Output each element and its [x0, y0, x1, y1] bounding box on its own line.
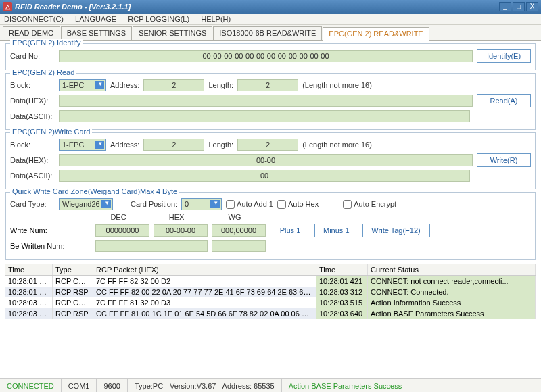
write-ascii-field[interactable]: 00 — [59, 170, 470, 182]
status-row: 10:28:03 312CONNECT: Connected. — [316, 287, 536, 297]
cardpos-label: Card Position: — [131, 200, 177, 208]
status-baud: 9600 — [97, 379, 127, 392]
tab-read-demo[interactable]: READ DEMO — [3, 26, 60, 40]
log-area: Time Type RCP Packet (HEX) 10:28:01 484R… — [5, 264, 536, 319]
read-button[interactable]: Read(A) — [477, 94, 531, 107]
loghdr-time[interactable]: Time — [5, 264, 53, 275]
log-right: Time Current Status 10:28:01 421CONNECT:… — [316, 264, 536, 319]
menubar: DISCONNECT(C) LANGUAGE RCP LOGGING(L) HE… — [0, 14, 541, 25]
plus1-button[interactable]: Plus 1 — [270, 224, 310, 237]
tab-senior-settings[interactable]: SENIOR SETTINGS — [133, 26, 212, 40]
loghdr-type[interactable]: Type — [53, 264, 93, 275]
group-quickwrite: Quick Write Card Zone(Weigand Card)Max 4… — [5, 192, 536, 260]
cardno-label: Card No: — [10, 52, 55, 60]
loghdr-status[interactable]: Current Status — [368, 264, 536, 275]
write-button[interactable]: Write(R) — [477, 153, 531, 167]
group-identify: EPC(GEN 2) Identify Card No: 00-00-00-00… — [5, 43, 536, 70]
write-len-field[interactable]: 2 — [237, 139, 298, 151]
status-port: COM1 — [62, 379, 97, 392]
bewritten-label: Be Written Num: — [10, 242, 91, 250]
maximize-button[interactable]: □ — [513, 2, 525, 11]
identify-button[interactable]: Identify(E) — [477, 49, 531, 63]
titlebar: △ RFID Reader Demo - [Ver:3.2.1.1] _ □ X — [0, 0, 541, 14]
cardpos-select[interactable]: 0 — [181, 198, 222, 210]
status-version: Type:PC - Version:V3.67 - Address: 65535 — [128, 379, 282, 392]
tab-content: EPC(GEN 2) Identify Card No: 00-00-00-00… — [0, 40, 541, 322]
read-hex-label: Data(HEX): — [10, 97, 55, 105]
write-addr-field[interactable]: 2 — [143, 139, 204, 151]
group-title-identify: EPC(GEN 2) Identify — [10, 39, 83, 47]
write-hex-field[interactable]: 00-00 — [59, 154, 473, 166]
status-action: Action BASE Parameters Success — [282, 379, 541, 392]
auto-encrypt-check[interactable]: Auto Encrypt — [343, 200, 396, 209]
bewritten-field1 — [95, 240, 208, 252]
write-note: (Length not more 16) — [302, 141, 372, 149]
group-title-read: EPC(GEN 2) Read — [10, 68, 76, 76]
read-ascii-label: Data(ASCII): — [10, 112, 55, 120]
col-dec: DEC — [91, 213, 145, 221]
col-hex: HEX — [149, 213, 204, 221]
group-title-quick: Quick Write Card Zone(Weigand Card)Max 4… — [10, 187, 179, 195]
log-row: 10:28:01 578RCP RSPCC FF FF 82 00 22 0A … — [5, 287, 316, 297]
cardtype-label: Card Type: — [10, 200, 55, 208]
loghdr-time2[interactable]: Time — [316, 264, 368, 275]
writenum-label: Write Num: — [10, 226, 91, 235]
minimize-button[interactable]: _ — [499, 2, 511, 11]
read-len-field[interactable]: 2 — [237, 79, 298, 91]
log-row: 10:28:01 484RCP CMD7C FF FF 82 32 00 D2 — [5, 276, 316, 287]
group-read: EPC(GEN 2) Read Block: 1-EPC Address: 2 … — [5, 73, 536, 130]
status-connected: CONNECTED — [0, 379, 62, 392]
write-addr-label: Address: — [110, 141, 139, 149]
read-note: (Length not more 16) — [302, 81, 372, 89]
close-button[interactable]: X — [526, 2, 538, 11]
read-hex-field — [59, 95, 473, 107]
loghdr-packet[interactable]: RCP Packet (HEX) — [93, 264, 316, 275]
cardtype-select[interactable]: Wiegand26 — [59, 198, 113, 210]
cardno-field: 00-00-00-00-00-00-00-00-00-00-00-00 — [59, 50, 473, 62]
read-addr-field[interactable]: 2 — [143, 79, 204, 91]
group-title-write: EPC(GEN 2)Write Card — [10, 128, 92, 136]
auto-hex-check[interactable]: Auto Hex — [277, 200, 319, 209]
menu-language[interactable]: LANGUAGE — [75, 15, 116, 23]
read-block-select[interactable]: 1-EPC — [59, 79, 106, 91]
write-ascii-label: Data(ASCII): — [10, 172, 55, 180]
log-left: Time Type RCP Packet (HEX) 10:28:01 484R… — [5, 264, 316, 319]
status-row: 10:28:01 421CONNECT: not connect reader,… — [316, 276, 536, 287]
tab-epc-gen2[interactable]: EPC(GEN 2) READ&WRITE — [323, 27, 429, 41]
write-block-select[interactable]: 1-EPC — [59, 139, 106, 151]
menu-rcplog[interactable]: RCP LOGGING(L) — [128, 15, 189, 23]
tab-iso18000[interactable]: ISO18000-6B READ&WRITE — [213, 26, 322, 40]
menu-disconnect[interactable]: DISCONNECT(C) — [4, 15, 64, 23]
writenum-hex[interactable]: 00-00-00 — [154, 224, 208, 237]
menu-help[interactable]: HELP(H) — [201, 15, 231, 23]
log-row: 10:28:03 531RCP CMD7C FF FF 81 32 00 D3 — [5, 297, 316, 308]
writetag-button[interactable]: Write Tag(F12) — [362, 224, 430, 237]
write-hex-label: Data(HEX): — [10, 156, 55, 164]
writenum-wg[interactable]: 000,00000 — [212, 224, 266, 237]
status-row: 10:28:03 640Action BASE Parameters Succe… — [316, 308, 536, 319]
write-block-label: Block: — [10, 141, 55, 149]
read-addr-label: Address: — [110, 81, 139, 89]
tab-base-settings[interactable]: BASE SETTINGS — [61, 26, 132, 40]
read-len-label: Length: — [208, 81, 233, 89]
status-row: 10:28:03 515Action Information Success — [316, 297, 536, 308]
tabbar: READ DEMO BASE SETTINGS SENIOR SETTINGS … — [0, 25, 541, 40]
minus1-button[interactable]: Minus 1 — [314, 224, 358, 237]
col-wg: WG — [208, 213, 262, 221]
write-len-label: Length: — [208, 141, 233, 149]
auto-add1-check[interactable]: Auto Add 1 — [226, 200, 273, 209]
read-ascii-field — [59, 110, 470, 122]
statusbar: CONNECTED COM1 9600 Type:PC - Version:V3… — [0, 378, 541, 392]
group-write: EPC(GEN 2)Write Card Block: 1-EPC Addres… — [5, 132, 536, 189]
read-block-label: Block: — [10, 81, 55, 89]
log-row: 10:28:03 640RCP RSPCC FF FF 81 00 1C 1E … — [5, 308, 316, 319]
window-title: RFID Reader Demo - [Ver:3.2.1.1] — [15, 3, 131, 11]
app-icon: △ — [3, 2, 12, 11]
writenum-dec[interactable]: 00000000 — [95, 224, 149, 237]
bewritten-field2 — [212, 240, 266, 252]
